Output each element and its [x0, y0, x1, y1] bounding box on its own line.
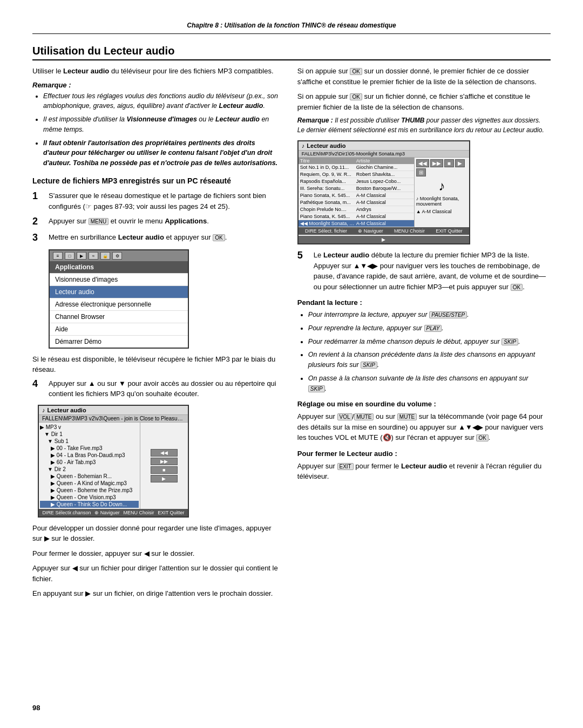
remarque-label: Remarque : — [32, 81, 281, 89]
applications-menu-screenshot: ≡ □ ▶ ≈ 🔒 ⚙ Applications Visionneuse d'i… — [49, 249, 189, 349]
ap-item-8: Piano Sonata, K. 545...A-M Classical — [299, 213, 414, 220]
ap-item-6: Pathétique Sonata, m...A-M Classical — [299, 199, 414, 206]
step4-pre: Si le réseau est disponible, le télévise… — [32, 354, 281, 375]
right-intro-2: Si on appuie sur OK sur un fichier donné… — [297, 91, 546, 112]
fb-tree: ▶ MP3 v ▼ Dir 1 ▼ Sub 1 ▶ 00 - Take Five… — [39, 423, 140, 509]
chapter-header-text: Chapitre 8 : Utilisation de la fonction … — [187, 22, 396, 29]
menu-demo: Démarrer Démo — [50, 336, 188, 348]
skip-key-2: SKIP — [361, 362, 377, 369]
ap-status-4: EXIT Quitter — [436, 228, 462, 234]
fb-item-5: ▶ 04 - La Bras Pon-Daudi.mp3 — [40, 452, 139, 459]
menu-key: MENU — [89, 218, 109, 225]
toolbar-icon-2: □ — [65, 252, 74, 260]
ap-info-2: ▲ A-M Classical — [416, 209, 467, 214]
subsection-title: Lecture de fichiers MP3 enregistrés sur … — [32, 176, 281, 187]
fb-path: FALLEN\MP3\MP3 v2\v3\Queen - join is Clo… — [39, 415, 188, 423]
ap-item-2: Requiem, Op. 9, W. R...Robert Shavkita..… — [299, 171, 414, 178]
toolbar-icon-3: ▶ — [77, 252, 86, 260]
ap-col-artiste: Artiste — [356, 158, 412, 164]
fb-right-panel: ◀◀ ▶▶ ■ ▶ — [140, 423, 188, 509]
skip-key-3: SKIP — [308, 385, 325, 392]
fb-item-12: ▶ Queen - Think So Do Down... — [40, 501, 139, 508]
menu-visionneuse: Visionneuse d'images — [50, 274, 188, 286]
note-item-3: Il faut obtenir l'autorisation des propr… — [43, 138, 281, 168]
fb-controls: ◀◀ ▶▶ ■ ▶ — [151, 449, 178, 482]
audioplayer-screenshot: ♪ Lecteur audio FALLEN\MP3\v2\Dir1\05-Mo… — [297, 140, 470, 244]
note-item-1: Effectuer tous les réglages voulus des f… — [43, 91, 281, 112]
steps-list: 1 S'assurer que le réseau domestique et … — [32, 190, 281, 243]
right-column: Si on appuie sur OK sur un dossier donné… — [297, 66, 546, 603]
ap-item-3: Rapsodis Española...Jesus Lopez-Cobo... — [299, 178, 414, 185]
vol-key: VOL — [337, 413, 352, 420]
section-title: Utilisation du Lecteur audio — [32, 45, 551, 60]
step-5: 5 Le Lecteur audio débute la lecture du … — [297, 250, 546, 292]
fb-music-icon: ♪ — [42, 407, 45, 413]
pendant-title: Pendant la lecture : — [297, 298, 546, 307]
step-3: 3 Mettre en surbrillance Lecteur audio e… — [32, 232, 281, 244]
fb-status-3: MENU Choisir — [123, 510, 154, 515]
pendant-list: Pour interrompre la lecture, appuyer sur… — [308, 310, 546, 393]
toolbar-icon-5: 🔒 — [100, 252, 110, 260]
toolbar-icon-6: ⚙ — [112, 252, 122, 260]
chapter-header: Chapitre 8 : Utilisation de la fonction … — [32, 22, 551, 34]
right-remarque: Remarque : Il est possible d'utiliser TH… — [297, 115, 546, 135]
ap-item-9: ◀◀ Moonlight Sonata, mo...A-M Classical — [299, 220, 414, 227]
fb-btn-4: ▶ — [151, 475, 178, 482]
pendant-item-2: Pour reprendre la lecture, appuyer sur P… — [308, 323, 546, 334]
ap-controls: ◀◀ ▶▶ ■ ▶ ⊞ — [416, 159, 467, 176]
page: Chapitre 8 : Utilisation de la fonction … — [0, 0, 583, 728]
fb-item-10: ▶ Queen - Boheme the Prize.mp3 — [40, 487, 139, 494]
pendant-item-5: On passe à la chanson suivante de la lis… — [308, 373, 546, 394]
play-key: PLAY — [424, 325, 442, 332]
reglage-title: Réglage ou mise en sourdine du volume : — [297, 400, 546, 408]
mute-key-1: MUTE — [354, 413, 374, 420]
ap-item-7: Chopin Prelude No....Andrys — [299, 206, 414, 213]
menu-toolbar: ≡ □ ▶ ≈ 🔒 ⚙ — [50, 250, 188, 261]
ap-title-text: Lecteur audio — [307, 142, 345, 149]
fb-content: ▶ MP3 v ▼ Dir 1 ▼ Sub 1 ▶ 00 - Take Five… — [39, 423, 188, 509]
menu-adresse: Adresse électronique personnelle — [50, 298, 188, 311]
fb-item-2: ▼ Dir 1 — [40, 431, 139, 438]
right-intro-1: Si on appuie sur OK sur un dossier donné… — [297, 66, 546, 87]
fermer-title: Pour fermer le Lecteur audio : — [297, 450, 546, 458]
ap-status-2: ⊕ Naviguer — [358, 228, 383, 234]
ap-list-header: Titre Artiste — [299, 158, 414, 164]
ok-key-r2: OK — [350, 93, 362, 100]
ap-info-1: ♪ Moonlight Sonata, mouvement — [416, 196, 467, 207]
pendant-item-3: Pour redémarrer la même chanson depuis l… — [308, 337, 546, 347]
ap-right-panel: ◀◀ ▶▶ ■ ▶ ⊞ ♪ ♪ Moonlight Sonata, mouvem… — [415, 158, 469, 227]
step4-list: 4 Appuyer sur ▲ ou sur ▼ pour avoir accè… — [32, 378, 281, 399]
skip-key-1: SKIP — [501, 338, 518, 345]
mute-key-2: MUTE — [397, 413, 417, 420]
ap-rew-btn: ◀◀ — [416, 159, 429, 167]
fb-btn-2: ▶▶ — [151, 458, 178, 465]
ap-fwd-btn: ▶▶ — [430, 159, 443, 167]
step-4: 4 Appuyer sur ▲ ou sur ▼ pour avoir accè… — [32, 378, 281, 399]
ap-col-titre: Titre — [300, 158, 356, 164]
fb-btn-3: ■ — [151, 466, 178, 474]
ap-item-1: Sot No.1 in D, Op.11...Giochin Chamine..… — [299, 164, 414, 171]
step5-list: 5 Le Lecteur audio débute la lecture du … — [297, 250, 546, 292]
after-browser-4: En appuyant sur ▶ sur un fichier, on dir… — [32, 588, 281, 599]
filebrowser-screenshot: ♪ Lecteur audio FALLEN\MP3\MP3 v2\v3\Que… — [38, 405, 189, 518]
ap-list: Titre Artiste Sot No.1 in D, Op.11...Gio… — [299, 158, 415, 227]
ap-music-note: ♪ — [416, 179, 467, 194]
ap-item-5: Piano Sonata, K. 545...A-M Classical — [299, 192, 414, 199]
content-columns: Utiliser le Lecteur audio du téléviseur … — [32, 66, 551, 603]
menu-channel: Channel Browser — [50, 311, 188, 323]
step-2: 2 Appuyer sur MENU et ouvrir le menu App… — [32, 216, 281, 228]
fb-status-1: DIRE Sélectir.chanson — [42, 510, 91, 515]
reglage-text: Appuyer sur VOL/MUTE ou sur MUTE sur la … — [297, 411, 546, 443]
fb-item-3: ▼ Sub 1 — [40, 438, 139, 445]
intro-text: Utiliser le Lecteur audio du téléviseur … — [32, 66, 281, 77]
ok-key-r4: OK — [476, 434, 488, 441]
ap-status-bar: DIRE Sélect. fichier ⊕ Naviguer MENU Cho… — [299, 227, 469, 235]
ap-title-bar: ♪ Lecteur audio — [299, 141, 469, 151]
fb-title-bar: ♪ Lecteur audio — [39, 406, 188, 415]
fb-item-1: ▶ MP3 v — [40, 424, 139, 431]
fb-item-13: ▶ Simon and Garfunkel - Cecilia... — [40, 508, 139, 509]
ap-stop-btn: ■ — [444, 159, 454, 167]
fermer-text: Appuyer sur EXIT pour fermer le Lecteur … — [297, 461, 546, 482]
fb-item-9: ▶ Queen - A Kind of Magic.mp3 — [40, 480, 139, 487]
fb-item-7: ▼ Dir 2 — [40, 466, 139, 473]
